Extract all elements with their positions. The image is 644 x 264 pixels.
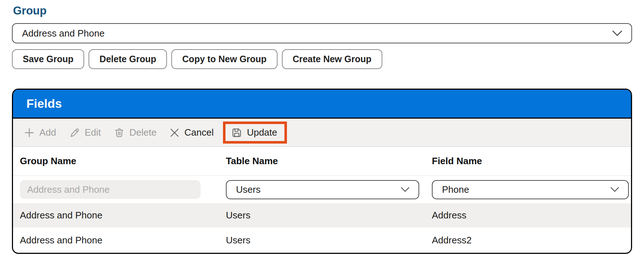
chevron-down-icon — [612, 30, 623, 37]
update-label: Update — [247, 127, 277, 138]
plus-icon — [24, 127, 35, 138]
delete-group-button[interactable]: Delete Group — [89, 49, 167, 69]
cell-group-name: Address and Phone — [20, 235, 226, 246]
field-edit-row: Users Phone — [13, 176, 631, 203]
trash-icon — [114, 127, 125, 138]
delete-field-label: Delete — [129, 127, 156, 138]
field-name-select[interactable]: Phone — [432, 180, 629, 199]
pencil-icon — [69, 127, 80, 138]
update-button-highlight: Update — [223, 122, 287, 144]
add-field-label: Add — [39, 127, 56, 138]
group-select[interactable]: Address and Phone — [12, 23, 632, 43]
column-header-table-name: Table Name — [226, 156, 432, 167]
x-icon — [169, 128, 180, 138]
group-name-input[interactable] — [20, 180, 201, 199]
column-header-group-name: Group Name — [20, 156, 226, 167]
cell-group-name: Address and Phone — [20, 210, 226, 221]
fields-toolbar: Add Edit — [13, 119, 631, 147]
column-header-field-name: Field Name — [432, 156, 631, 167]
cell-field-name: Address — [432, 210, 631, 221]
cell-field-name: Address2 — [432, 235, 631, 246]
fields-panel: Fields Add Edit — [12, 89, 632, 254]
cancel-button[interactable]: Cancel — [169, 127, 214, 138]
group-actions-row: Save Group Delete Group Copy to New Grou… — [12, 49, 632, 69]
fields-panel-title: Fields — [26, 97, 62, 111]
update-button[interactable]: Update — [231, 127, 277, 138]
table-name-select[interactable]: Users — [226, 180, 419, 199]
table-name-select-value: Users — [236, 184, 261, 195]
fields-panel-header: Fields — [13, 90, 631, 119]
table-row[interactable]: Address and Phone Users Address — [13, 203, 631, 227]
page-title: Group — [13, 4, 632, 17]
copy-to-new-group-button[interactable]: Copy to New Group — [171, 49, 277, 69]
floppy-save-icon — [231, 127, 242, 138]
cancel-label: Cancel — [184, 127, 214, 138]
create-new-group-button[interactable]: Create New Group — [282, 49, 382, 69]
cell-table-name: Users — [226, 235, 432, 246]
edit-field-button[interactable]: Edit — [69, 127, 101, 138]
chevron-down-icon — [610, 187, 619, 192]
add-field-button[interactable]: Add — [24, 127, 56, 138]
group-select-value: Address and Phone — [22, 28, 104, 39]
delete-field-button[interactable]: Delete — [114, 127, 156, 138]
edit-field-label: Edit — [85, 127, 101, 138]
chevron-down-icon — [400, 187, 410, 192]
group-management-page: Group Address and Phone Save Group Delet… — [0, 0, 644, 254]
table-row[interactable]: Address and Phone Users Address2 — [13, 227, 631, 253]
fields-table-header: Group Name Table Name Field Name — [13, 147, 631, 176]
field-name-select-value: Phone — [442, 184, 469, 195]
save-group-button[interactable]: Save Group — [12, 49, 84, 69]
cell-table-name: Users — [226, 210, 432, 221]
